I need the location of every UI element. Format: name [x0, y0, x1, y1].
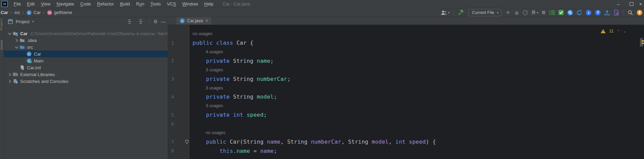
code-text[interactable]: public class Car {	[189, 40, 253, 46]
tree-item-main[interactable]: CMain	[4, 57, 168, 64]
code-text[interactable]: private String numberCar;	[189, 76, 291, 82]
menu-run[interactable]: Run	[133, 0, 147, 8]
window-controls: –×	[612, 0, 644, 8]
usage-inlay-hint[interactable]: 4 usages	[168, 47, 639, 56]
breadcrumb-item-car[interactable]: CCar	[26, 10, 41, 15]
constructor-pin-icon[interactable]	[185, 140, 189, 144]
menu-view[interactable]: View	[38, 0, 53, 8]
tree-item-src[interactable]: src	[4, 44, 168, 50]
menu-code[interactable]: Code	[77, 0, 94, 8]
close-button[interactable]: ×	[638, 0, 644, 8]
help-icon-button[interactable]: ?	[595, 10, 601, 16]
inlay-text[interactable]: 3 usages	[202, 86, 223, 90]
code-text[interactable]: private int speed;	[189, 112, 267, 118]
inspections-widget[interactable]: 11 ⌃ ⌄	[601, 29, 626, 33]
info-icon-button[interactable]: i	[586, 10, 592, 16]
commit-checks-icon-button[interactable]	[558, 10, 564, 15]
code-text[interactable]: private String model;	[189, 93, 277, 100]
inlay-text[interactable]: no usages	[202, 130, 226, 135]
menu-vcs[interactable]: VCS	[164, 0, 179, 8]
coverage-icon-button[interactable]: ▾	[531, 10, 538, 15]
gear-icon[interactable]: ⚙	[153, 19, 158, 24]
maximize-button[interactable]	[625, 0, 638, 8]
next-problem-icon[interactable]: ⌄	[623, 29, 626, 33]
tree-item-label: Car	[20, 31, 28, 36]
usage-inlay-hint[interactable]: 3 usages	[168, 66, 639, 74]
usage-inlay-hint[interactable]: 3 usages	[168, 101, 639, 110]
warning-stripe-mark[interactable]	[642, 40, 644, 42]
breadcrumb-separator: ›	[11, 10, 12, 15]
collapse-all-icon[interactable]	[138, 19, 143, 24]
stripe-thumb[interactable]	[1, 40, 3, 50]
breadcrumb-item-src[interactable]: src	[14, 10, 20, 15]
inlay-text[interactable]: no usages	[189, 31, 212, 36]
tab-car-java[interactable]: C Car.java ×	[176, 17, 211, 25]
code-line-3[interactable]: 3 private String numberCar;	[168, 74, 639, 83]
usage-inlay-hint[interactable]: no usages	[168, 128, 639, 137]
upload-icon-button[interactable]	[604, 10, 610, 16]
todo-list-icon-button[interactable]	[549, 10, 555, 15]
code-line-6[interactable]: 6	[168, 119, 639, 128]
stop-icon-button[interactable]	[541, 10, 546, 15]
find-usages-icon-button[interactable]	[567, 10, 573, 16]
run-icon-button[interactable]	[506, 10, 511, 15]
debug-icon-button[interactable]	[514, 10, 520, 15]
sync-files-icon-button[interactable]	[613, 10, 619, 16]
prev-problem-icon[interactable]: ⌃	[617, 29, 620, 33]
inlay-text[interactable]: 4 usages	[202, 49, 223, 54]
run-configuration-select[interactable]: Current File▾	[468, 9, 502, 16]
warning-stripe-mark[interactable]	[642, 43, 644, 44]
code-line-7[interactable]: 7 public Car(String name, String numberC…	[168, 138, 639, 146]
expand-all-icon[interactable]	[127, 19, 132, 24]
inlay-text[interactable]: 3 usages	[202, 68, 223, 72]
refresh-icon-button[interactable]	[576, 10, 582, 16]
tree-item-.idea[interactable]: .idea	[4, 37, 168, 44]
inlay-text[interactable]: 3 usages	[202, 103, 223, 108]
breadcrumb-item-car[interactable]: Car	[1, 10, 8, 15]
profiler-icon-button[interactable]	[523, 10, 528, 15]
chevron-right-icon[interactable]	[8, 80, 12, 83]
chevron-right-icon[interactable]	[8, 73, 12, 76]
menu-tools[interactable]: Tools	[147, 0, 164, 8]
users-icon-button[interactable]: ▾	[441, 10, 450, 15]
menu-build[interactable]: Build	[117, 0, 133, 8]
minimize-button[interactable]: –	[612, 0, 625, 8]
usage-inlay-hint[interactable]: 3 usages	[168, 83, 639, 92]
code-line-1[interactable]: 1public class Car {	[168, 38, 639, 47]
tree-item-external-libraries[interactable]: External Libraries	[4, 71, 168, 78]
breadcrumb-item-getname[interactable]: mgetName	[47, 10, 72, 15]
tool-window-stripe-project[interactable]: Project	[0, 18, 3, 30]
menu-edit[interactable]: Edit	[24, 0, 38, 8]
build-hammer-icon-button[interactable]	[458, 10, 464, 16]
code-rows: no usages1public class Car {4 usages2 pr…	[168, 25, 639, 159]
menu-navigate[interactable]: Navigate	[53, 0, 77, 8]
hide-panel-icon[interactable]: —	[161, 19, 166, 24]
usage-inlay-hint[interactable]: no usages	[168, 29, 639, 38]
tree-item-car.iml[interactable]: Car.iml	[4, 64, 168, 71]
tree-item-car[interactable]: CarC:\Users\Алексей\OneDrive\Рабочий сто…	[4, 30, 168, 37]
error-stripe[interactable]	[639, 25, 644, 159]
chevron-down-icon[interactable]	[8, 32, 12, 35]
chevron-down-icon[interactable]	[15, 45, 18, 49]
code-line-2[interactable]: 2 private String name;	[168, 56, 639, 65]
code-line-4[interactable]: 4 private String model;	[168, 92, 639, 101]
editor-content[interactable]: no usages1public class Car {4 usages2 pr…	[168, 25, 644, 159]
project-panel-title[interactable]: Project	[16, 19, 29, 24]
menu-file[interactable]: File	[11, 0, 24, 8]
close-icon[interactable]: ×	[206, 18, 208, 23]
code-text[interactable]: this.name = name;	[189, 148, 277, 154]
code-line-5[interactable]: 5 private int speed;	[168, 111, 639, 119]
tab-label: Car.java	[187, 18, 203, 23]
code-line-8[interactable]: 8 this.name = name;	[168, 146, 639, 155]
update-available-icon-button[interactable]	[636, 10, 643, 16]
scrollbar-thumb[interactable]	[640, 38, 643, 47]
menu-refactor[interactable]: Refactor	[94, 0, 117, 8]
tree-item-scratches-and-consoles[interactable]: Scratches and Consoles	[4, 78, 168, 85]
chevron-right-icon[interactable]	[15, 39, 18, 42]
tree-item-car[interactable]: CCar	[4, 50, 168, 57]
menu-window[interactable]: Window	[179, 0, 201, 8]
code-text[interactable]: public Car(String name, String numberCar…	[189, 139, 436, 145]
code-text[interactable]: private String name;	[189, 58, 274, 64]
menu-help[interactable]: Help	[201, 0, 216, 8]
search-icon-button[interactable]	[627, 10, 633, 16]
